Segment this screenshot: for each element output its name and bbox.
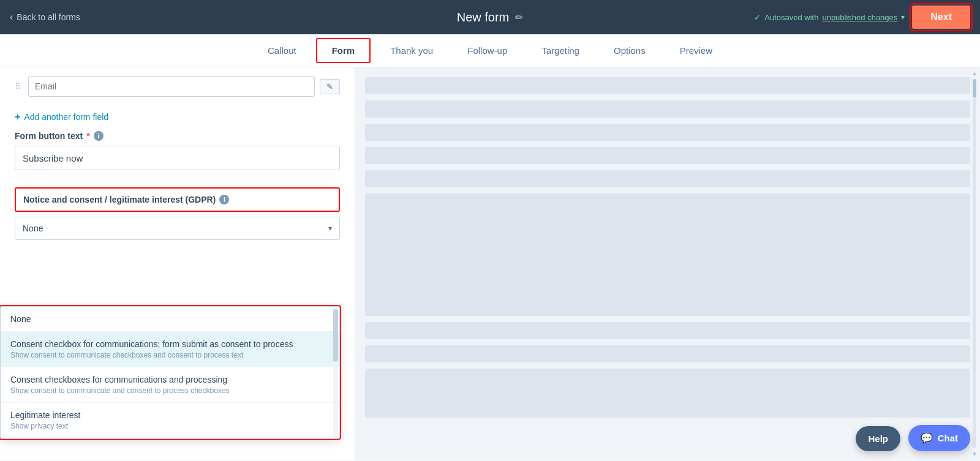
dropdown-none-label: None <box>10 314 330 324</box>
preview-block-3 <box>365 124 970 141</box>
dropdown-item-legitimate[interactable]: Legitimate interest Show privacy text <box>1 403 339 438</box>
back-label: Back to all forms <box>17 12 80 22</box>
gdpr-dropdown-trigger[interactable]: None ▾ <box>15 217 340 240</box>
preview-block-7 <box>365 345 970 362</box>
chat-icon: 💬 <box>921 432 933 444</box>
top-bar-right: ✓ Autosaved with unpublished changes ▾ N… <box>754 6 970 29</box>
plus-icon: + <box>15 111 20 122</box>
email-input-preview[interactable] <box>28 76 315 97</box>
preview-block-1 <box>365 77 970 94</box>
back-to-forms-btn[interactable]: ‹ Back to all forms <box>10 12 80 23</box>
autosave-text: ✓ Autosaved with unpublished changes ▾ <box>754 13 905 22</box>
scroll-down-icon[interactable]: ▼ <box>971 451 978 457</box>
dropdown-legitimate-subtitle: Show privacy text <box>10 422 330 430</box>
chat-label: Chat <box>938 433 958 443</box>
left-panel: ⠿ ✎ + Add another form field Form button… <box>0 67 355 460</box>
preview-block-2 <box>365 100 970 118</box>
dropdown-consent-comm-title: Consent checkbox for communications; for… <box>10 339 330 349</box>
help-button[interactable]: Help <box>856 426 900 451</box>
required-star: * <box>86 131 89 141</box>
gdpr-label: Notice and consent / legitimate interest… <box>23 195 331 204</box>
top-bar-left: ‹ Back to all forms <box>10 12 80 23</box>
form-button-info-icon[interactable]: i <box>94 131 104 141</box>
right-panel: ▲ ▼ <box>355 67 980 460</box>
form-button-text-input[interactable] <box>15 146 340 170</box>
scroll-up-icon[interactable]: ▲ <box>971 70 978 77</box>
preview-block-tall-1 <box>365 193 970 316</box>
checkmark-icon: ✓ <box>754 13 761 22</box>
add-field-label: Add another form field <box>24 112 108 122</box>
gdpr-dropdown-menu: None Consent checkbox for communications… <box>0 306 340 439</box>
unpublished-changes-link[interactable]: unpublished changes <box>822 13 897 22</box>
back-chevron-icon: ‹ <box>10 12 13 23</box>
gdpr-title: Notice and consent / legitimate interest… <box>23 195 216 204</box>
add-field-button[interactable]: + Add another form field <box>15 103 340 131</box>
tab-callout[interactable]: Callout <box>251 36 314 66</box>
dropdown-item-none[interactable]: None <box>1 307 339 332</box>
form-button-text-section: Form button text * i <box>15 131 340 180</box>
preview-block-6 <box>365 322 970 339</box>
autosave-label: Autosaved with <box>764 13 818 22</box>
dropdown-scrollbar-thumb <box>333 309 338 362</box>
field-edit-btn[interactable]: ✎ <box>320 79 340 94</box>
preview-block-5 <box>365 170 970 187</box>
dropdown-item-consent-checkboxes[interactable]: Consent checkboxes for communications an… <box>1 367 339 403</box>
dropdown-scrollbar <box>333 307 338 438</box>
gdpr-dropdown-value: None <box>23 223 43 233</box>
tab-form[interactable]: Form <box>316 38 371 63</box>
dropdown-scroll-area: None Consent checkbox for communications… <box>1 307 339 438</box>
tab-targeting[interactable]: Targeting <box>524 36 597 66</box>
next-button[interactable]: Next <box>912 6 970 29</box>
right-scrollbar: ▲ ▼ <box>971 67 978 460</box>
form-button-text-title: Form button text <box>15 131 83 141</box>
tab-preview[interactable]: Preview <box>663 36 729 66</box>
dropdown-legitimate-title: Legitimate interest <box>10 410 330 420</box>
form-button-text-label: Form button text * i <box>15 131 340 141</box>
top-bar: ‹ Back to all forms New form ✏ ✓ Autosav… <box>0 0 980 34</box>
drag-handle-icon[interactable]: ⠿ <box>15 81 21 91</box>
autosave-dropdown-icon[interactable]: ▾ <box>901 13 905 21</box>
email-field-row: ⠿ ✎ <box>15 67 340 103</box>
gdpr-section: Notice and consent / legitimate interest… <box>15 187 340 212</box>
field-actions: ✎ <box>320 79 340 94</box>
dropdown-item-consent-comm[interactable]: Consent checkbox for communications; for… <box>1 332 339 367</box>
preview-block-medium-1 <box>365 369 970 418</box>
dropdown-caret-icon: ▾ <box>328 224 332 233</box>
help-label: Help <box>868 433 888 444</box>
edit-icon[interactable]: ✏ <box>515 12 523 23</box>
dropdown-consent-checkboxes-title: Consent checkboxes for communications an… <box>10 375 330 384</box>
form-title: New form <box>457 10 510 24</box>
chat-button[interactable]: 💬 Chat <box>908 425 970 451</box>
scroll-track <box>973 79 976 448</box>
dropdown-consent-checkboxes-subtitle: Show consent to communicate and consent … <box>10 386 330 395</box>
tab-bar: Callout Form Thank you Follow-up Targeti… <box>0 34 980 67</box>
top-bar-center: New form ✏ <box>457 10 524 24</box>
tab-options[interactable]: Options <box>597 36 663 66</box>
right-panel-inner <box>365 77 970 450</box>
main-content: ⠿ ✎ + Add another form field Form button… <box>0 67 980 460</box>
scroll-thumb <box>973 79 976 97</box>
gdpr-info-icon[interactable]: i <box>219 195 229 204</box>
tab-followup[interactable]: Follow-up <box>450 36 524 66</box>
preview-block-4 <box>365 147 970 164</box>
tab-thankyou[interactable]: Thank you <box>373 36 450 66</box>
dropdown-consent-comm-subtitle: Show consent to communicate checkboxes a… <box>10 351 330 359</box>
